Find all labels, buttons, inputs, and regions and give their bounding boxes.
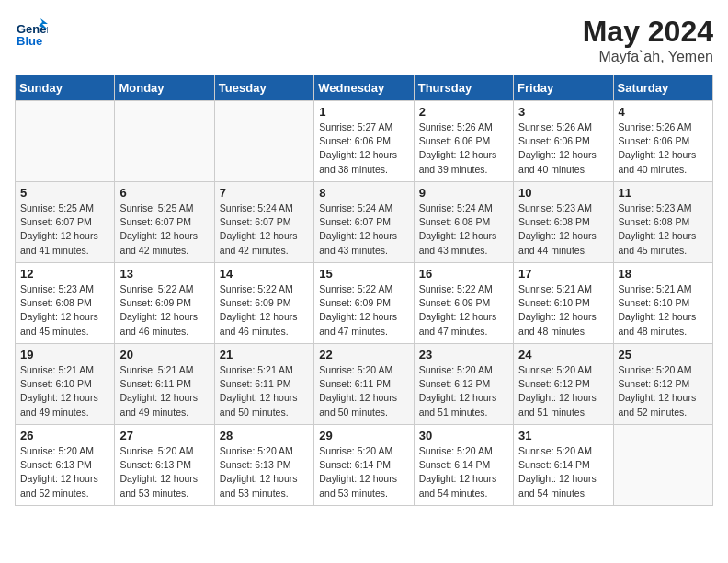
month-year-label: May 2024 [583, 15, 713, 49]
calendar-cell: 26Sunrise: 5:20 AM Sunset: 6:13 PM Dayli… [16, 425, 115, 506]
day-info: Sunrise: 5:20 AM Sunset: 6:13 PM Dayligh… [220, 444, 309, 500]
day-info: Sunrise: 5:24 AM Sunset: 6:08 PM Dayligh… [419, 201, 508, 258]
day-number: 2 [419, 105, 508, 119]
day-info: Sunrise: 5:20 AM Sunset: 6:13 PM Dayligh… [20, 444, 109, 500]
calendar-cell: 30Sunrise: 5:20 AM Sunset: 6:14 PM Dayli… [414, 425, 513, 506]
calendar-cell: 25Sunrise: 5:20 AM Sunset: 6:12 PM Dayli… [613, 344, 712, 425]
logo-icon: General Blue [15, 15, 48, 48]
day-number: 14 [220, 267, 309, 281]
calendar-week-row: 12Sunrise: 5:23 AM Sunset: 6:08 PM Dayli… [16, 263, 713, 344]
day-info: Sunrise: 5:21 AM Sunset: 6:10 PM Dayligh… [518, 282, 608, 339]
calendar-cell: 18Sunrise: 5:21 AM Sunset: 6:10 PM Dayli… [613, 263, 712, 344]
calendar-cell: 5Sunrise: 5:25 AM Sunset: 6:07 PM Daylig… [16, 182, 115, 263]
day-info: Sunrise: 5:20 AM Sunset: 6:12 PM Dayligh… [419, 363, 508, 419]
calendar-week-row: 19Sunrise: 5:21 AM Sunset: 6:10 PM Dayli… [16, 344, 713, 425]
day-number: 13 [119, 267, 209, 281]
day-info: Sunrise: 5:22 AM Sunset: 6:09 PM Dayligh… [319, 282, 408, 339]
weekday-header: Sunday [16, 75, 115, 101]
calendar-title: May 2024 Mayfa`ah, Yemen [583, 15, 713, 65]
day-number: 27 [119, 429, 209, 442]
weekday-header: Tuesday [214, 75, 313, 101]
day-number: 1 [319, 105, 408, 119]
day-info: Sunrise: 5:21 AM Sunset: 6:11 PM Dayligh… [220, 363, 309, 419]
calendar-week-row: 26Sunrise: 5:20 AM Sunset: 6:13 PM Dayli… [16, 425, 713, 506]
day-info: Sunrise: 5:24 AM Sunset: 6:07 PM Dayligh… [220, 201, 309, 258]
calendar-cell: 7Sunrise: 5:24 AM Sunset: 6:07 PM Daylig… [214, 182, 313, 263]
calendar-cell: 23Sunrise: 5:20 AM Sunset: 6:12 PM Dayli… [414, 344, 513, 425]
day-number: 20 [119, 348, 209, 362]
day-number: 7 [220, 186, 309, 200]
svg-text:Blue: Blue [17, 34, 42, 48]
day-number: 26 [20, 429, 109, 442]
day-number: 24 [518, 348, 608, 362]
day-info: Sunrise: 5:20 AM Sunset: 6:11 PM Dayligh… [319, 363, 408, 419]
day-info: Sunrise: 5:25 AM Sunset: 6:07 PM Dayligh… [119, 201, 209, 258]
day-number: 31 [518, 429, 608, 442]
calendar-cell: 11Sunrise: 5:23 AM Sunset: 6:08 PM Dayli… [613, 182, 712, 263]
calendar-cell: 12Sunrise: 5:23 AM Sunset: 6:08 PM Dayli… [16, 263, 115, 344]
day-info: Sunrise: 5:20 AM Sunset: 6:13 PM Dayligh… [119, 444, 209, 500]
day-info: Sunrise: 5:25 AM Sunset: 6:07 PM Dayligh… [20, 201, 109, 258]
day-number: 6 [119, 186, 209, 200]
weekday-header: Monday [115, 75, 214, 101]
day-info: Sunrise: 5:23 AM Sunset: 6:08 PM Dayligh… [619, 201, 708, 258]
day-number: 17 [518, 267, 608, 281]
calendar-cell: 29Sunrise: 5:20 AM Sunset: 6:14 PM Dayli… [314, 425, 414, 506]
day-info: Sunrise: 5:20 AM Sunset: 6:14 PM Dayligh… [419, 444, 508, 500]
day-number: 10 [518, 186, 608, 200]
page-header: General Blue May 2024 Mayfa`ah, Yemen [15, 15, 713, 65]
day-number: 25 [619, 348, 708, 362]
day-info: Sunrise: 5:20 AM Sunset: 6:12 PM Dayligh… [518, 363, 608, 419]
calendar-cell: 20Sunrise: 5:21 AM Sunset: 6:11 PM Dayli… [115, 344, 214, 425]
calendar-cell: 28Sunrise: 5:20 AM Sunset: 6:13 PM Dayli… [214, 425, 313, 506]
calendar-cell: 14Sunrise: 5:22 AM Sunset: 6:09 PM Dayli… [214, 263, 313, 344]
day-number: 9 [419, 186, 508, 200]
calendar-cell: 15Sunrise: 5:22 AM Sunset: 6:09 PM Dayli… [314, 263, 414, 344]
day-number: 21 [220, 348, 309, 362]
calendar-cell: 1Sunrise: 5:27 AM Sunset: 6:06 PM Daylig… [314, 101, 414, 182]
day-info: Sunrise: 5:22 AM Sunset: 6:09 PM Dayligh… [119, 282, 209, 339]
day-number: 18 [619, 267, 708, 281]
weekday-header: Saturday [613, 75, 712, 101]
calendar-cell: 17Sunrise: 5:21 AM Sunset: 6:10 PM Dayli… [514, 263, 613, 344]
day-number: 22 [319, 348, 408, 362]
day-number: 15 [319, 267, 408, 281]
day-number: 28 [220, 429, 309, 442]
day-number: 30 [419, 429, 508, 442]
day-info: Sunrise: 5:23 AM Sunset: 6:08 PM Dayligh… [518, 201, 608, 258]
calendar-cell: 27Sunrise: 5:20 AM Sunset: 6:13 PM Dayli… [115, 425, 214, 506]
calendar-cell [613, 425, 712, 506]
calendar-cell: 8Sunrise: 5:24 AM Sunset: 6:07 PM Daylig… [314, 182, 414, 263]
day-number: 3 [518, 105, 608, 119]
calendar-cell: 3Sunrise: 5:26 AM Sunset: 6:06 PM Daylig… [514, 101, 613, 182]
day-number: 19 [20, 348, 109, 362]
calendar-cell [214, 101, 313, 182]
calendar-cell: 16Sunrise: 5:22 AM Sunset: 6:09 PM Dayli… [414, 263, 513, 344]
calendar-table: SundayMondayTuesdayWednesdayThursdayFrid… [15, 75, 713, 506]
calendar-cell: 21Sunrise: 5:21 AM Sunset: 6:11 PM Dayli… [214, 344, 313, 425]
day-info: Sunrise: 5:23 AM Sunset: 6:08 PM Dayligh… [20, 282, 109, 339]
calendar-cell: 2Sunrise: 5:26 AM Sunset: 6:06 PM Daylig… [414, 101, 513, 182]
calendar-cell: 22Sunrise: 5:20 AM Sunset: 6:11 PM Dayli… [314, 344, 414, 425]
day-number: 23 [419, 348, 508, 362]
calendar-cell: 31Sunrise: 5:20 AM Sunset: 6:14 PM Dayli… [514, 425, 613, 506]
day-info: Sunrise: 5:26 AM Sunset: 6:06 PM Dayligh… [518, 121, 608, 177]
day-info: Sunrise: 5:27 AM Sunset: 6:06 PM Dayligh… [319, 121, 408, 177]
calendar-cell: 4Sunrise: 5:26 AM Sunset: 6:06 PM Daylig… [613, 101, 712, 182]
calendar-week-row: 1Sunrise: 5:27 AM Sunset: 6:06 PM Daylig… [16, 101, 713, 182]
day-info: Sunrise: 5:26 AM Sunset: 6:06 PM Dayligh… [619, 121, 708, 177]
day-info: Sunrise: 5:21 AM Sunset: 6:10 PM Dayligh… [20, 363, 109, 419]
day-info: Sunrise: 5:26 AM Sunset: 6:06 PM Dayligh… [419, 121, 508, 177]
day-number: 11 [619, 186, 708, 200]
weekday-header: Wednesday [314, 75, 414, 101]
day-number: 12 [20, 267, 109, 281]
calendar-cell: 13Sunrise: 5:22 AM Sunset: 6:09 PM Dayli… [115, 263, 214, 344]
calendar-cell: 6Sunrise: 5:25 AM Sunset: 6:07 PM Daylig… [115, 182, 214, 263]
day-number: 16 [419, 267, 508, 281]
day-info: Sunrise: 5:22 AM Sunset: 6:09 PM Dayligh… [419, 282, 508, 339]
day-info: Sunrise: 5:21 AM Sunset: 6:10 PM Dayligh… [619, 282, 708, 339]
weekday-header: Friday [514, 75, 613, 101]
weekday-header-row: SundayMondayTuesdayWednesdayThursdayFrid… [16, 75, 713, 101]
day-info: Sunrise: 5:20 AM Sunset: 6:12 PM Dayligh… [619, 363, 708, 419]
logo: General Blue [15, 15, 48, 52]
